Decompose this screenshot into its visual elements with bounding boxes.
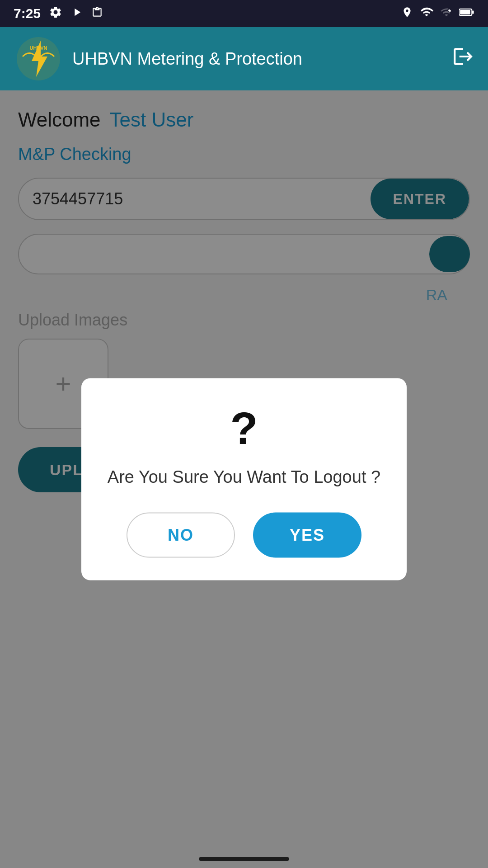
settings-icon	[49, 5, 62, 22]
header-left: UHBVN UHBVN Metering & Protection	[14, 34, 302, 84]
location-icon	[401, 5, 413, 22]
play-icon	[70, 6, 83, 21]
signal-icon	[440, 6, 453, 21]
svg-rect-2	[472, 10, 474, 14]
app-title: UHBVN Metering & Protection	[72, 49, 302, 69]
status-bar-right	[401, 5, 474, 22]
app-logo: UHBVN	[14, 34, 63, 84]
question-icon: ?	[230, 406, 258, 451]
app-header: UHBVN UHBVN Metering & Protection	[0, 27, 488, 90]
battery-icon	[459, 7, 474, 20]
status-time: 7:25	[14, 6, 41, 21]
dialog-buttons: NO YES	[104, 513, 384, 558]
no-button[interactable]: NO	[127, 513, 235, 558]
clipboard-icon	[91, 6, 103, 21]
yes-button[interactable]: YES	[253, 513, 361, 558]
main-content: Welcome Test User M&P Checking ENTER RA …	[0, 90, 488, 868]
dialog-message: Are You Sure You Want To Logout ?	[108, 464, 380, 490]
wifi-icon	[419, 6, 434, 21]
logout-icon[interactable]	[452, 45, 474, 72]
logout-dialog: ? Are You Sure You Want To Logout ? NO Y…	[81, 378, 407, 580]
status-bar-left: 7:25	[14, 5, 103, 22]
status-bar: 7:25	[0, 0, 488, 27]
svg-rect-1	[460, 10, 470, 14]
